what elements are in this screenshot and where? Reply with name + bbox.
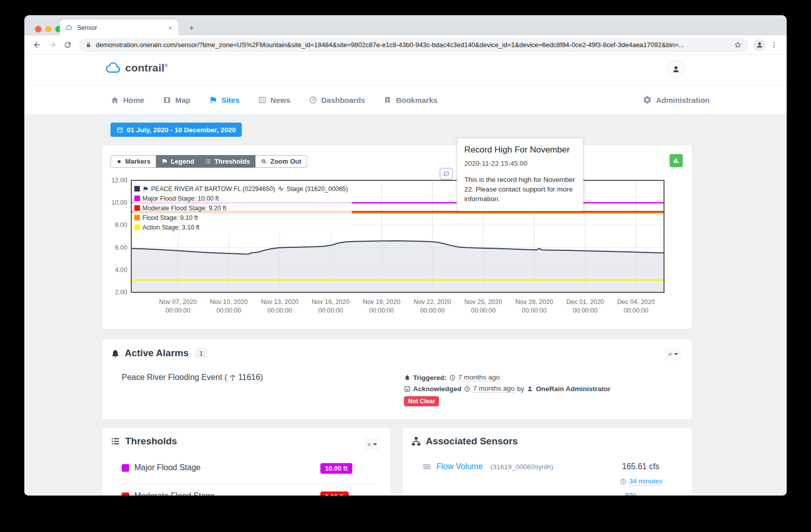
svg-text:Dec 01, 2020: Dec 01, 2020: [566, 298, 604, 306]
tab-close-icon[interactable]: [167, 25, 173, 31]
browser-tab[interactable]: Sensor: [60, 20, 178, 35]
svg-text:00:00:00: 00:00:00: [420, 307, 445, 314]
address-bar[interactable]: demonstration.onerain.com/sensor/?time_z…: [79, 38, 748, 52]
gauge-icon: [309, 96, 317, 104]
threshold-label: Major Flood Stage: 10.00 ft: [142, 195, 219, 202]
alarms-sort-button[interactable]: [665, 348, 681, 361]
alarms-header: Active Alarms 1: [110, 348, 207, 359]
markers-button[interactable]: Markers: [110, 155, 156, 168]
clock-icon: [620, 478, 626, 485]
tab-favicon-cloud-icon: [65, 24, 72, 31]
threshold-row: Moderate Flood Stage: [122, 491, 214, 496]
caret-down-icon: [373, 443, 377, 445]
clock-icon: [449, 374, 456, 381]
list-icon: [110, 436, 121, 446]
chart-export-button[interactable]: [670, 154, 683, 167]
nav-item-dashboards[interactable]: Dashboards: [309, 96, 365, 104]
threshold-label: Flood Stage: 9.10 ft: [142, 214, 198, 221]
thresholds-sort-button[interactable]: [364, 438, 380, 451]
threshold-swatch: [134, 215, 140, 220]
sensor-row: Flow Volume (31619_00060synth): [422, 462, 553, 471]
zoom-out-label: Zoom Out: [270, 158, 301, 165]
acknowledged-label: Acknowledged: [413, 385, 461, 393]
nav-item-map[interactable]: Map: [163, 96, 191, 104]
user-avatar[interactable]: [667, 60, 685, 79]
nav-item-home[interactable]: Home: [110, 96, 144, 104]
acknowledged-time-link[interactable]: 7 months ago: [473, 385, 514, 393]
nav-item-administration[interactable]: Administration: [643, 95, 710, 104]
scale-icon: [229, 374, 236, 381]
svg-text:00:00:00: 00:00:00: [268, 307, 292, 314]
svg-text:Nov 13, 2020: Nov 13, 2020: [261, 298, 299, 306]
url-text: demonstration.onerain.com/sensor/?time_z…: [96, 41, 729, 49]
alarm-name[interactable]: Peace River Flooding Event ( 11616): [122, 373, 263, 382]
home-icon: [110, 96, 119, 104]
svg-text:Nov 25, 2020: Nov 25, 2020: [464, 298, 502, 306]
series-name: PEACE RIVER AT BARTOW FL (02294650): [151, 185, 275, 193]
bookmark-star-icon[interactable]: [733, 41, 742, 49]
forward-icon[interactable]: [46, 39, 59, 52]
threshold-value-badge: 10.00 ft: [320, 463, 352, 474]
back-icon[interactable]: [30, 39, 44, 52]
legend-label: Legend: [171, 158, 194, 165]
zoom-out-button[interactable]: Zoom Out: [255, 155, 307, 168]
sensor-link[interactable]: Flow Volume: [436, 462, 483, 471]
browser-profile-icon[interactable]: [753, 39, 765, 51]
svg-text:8.00: 8.00: [115, 221, 127, 229]
svg-text:00:00:00: 00:00:00: [522, 307, 547, 314]
sensor-updated-suffix: ago: [624, 490, 636, 496]
threshold-swatch: [122, 492, 129, 496]
threshold-swatch: [122, 464, 129, 472]
nav-label: Home: [123, 96, 144, 104]
series-param: Stage (31620_00065): [287, 185, 348, 193]
bell-icon: [404, 374, 411, 381]
threshold-name: Major Flood Stage: [134, 463, 201, 472]
svg-text:00:00:00: 00:00:00: [573, 307, 598, 314]
date-range-label: 01 July, 2020 - 10 December, 2020: [127, 126, 236, 134]
nav-item-bookmarks[interactable]: Bookmarks: [383, 96, 437, 104]
nav-item-news[interactable]: News: [258, 96, 290, 104]
sensors-header: Associated Sensors: [411, 436, 518, 447]
brand-reg: ®: [164, 63, 168, 68]
alarm-acknowledged-line: Acknowledged 7 months ago by OneRain Adm…: [404, 383, 611, 394]
svg-text:4.00: 4.00: [115, 267, 127, 274]
reload-icon[interactable]: [61, 39, 74, 52]
nav-item-sites[interactable]: Sites: [209, 96, 240, 104]
window-minimize-button[interactable]: [45, 26, 52, 32]
magnifier-icon: [261, 158, 267, 165]
chart-legend: PEACE RIVER AT BARTOW FL (02294650) Stag…: [132, 182, 352, 235]
thresholds-button[interactable]: Thresholds: [200, 155, 255, 168]
browser-toolbar: demonstration.onerain.com/sensor/?time_z…: [24, 35, 787, 55]
waves-icon: [422, 463, 431, 471]
threshold-row: Major Flood Stage: [122, 463, 201, 472]
legend-threshold-row: Moderate Flood Stage: 9.20 ft: [134, 203, 348, 213]
alarm-meta: Triggered: 7 months ago Acknowledged 7 m…: [404, 372, 611, 406]
sensor-updated-link[interactable]: 34 minutes: [629, 477, 662, 485]
alarm-triggered-line: Triggered: 7 months ago: [404, 372, 611, 383]
tab-title: Sensor: [77, 24, 167, 31]
alarm-id: 11616): [238, 373, 263, 382]
window-close-button[interactable]: [35, 26, 42, 32]
threshold-label: Moderate Flood Stage: 9.20 ft: [142, 205, 226, 212]
svg-text:00:00:00: 00:00:00: [623, 307, 648, 314]
tab-strip: Sensor: [24, 15, 787, 35]
svg-text:Nov 07, 2020: Nov 07, 2020: [159, 298, 197, 306]
threshold-swatch: [134, 196, 140, 201]
chart-marker-bubble[interactable]: [439, 168, 453, 180]
calendar-check-icon: [404, 386, 411, 392]
legend-button[interactable]: Legend: [156, 155, 200, 168]
new-tab-button[interactable]: [186, 22, 198, 34]
triggered-time-link[interactable]: 7 months ago: [458, 373, 500, 382]
tooltip-title: Record High For November: [464, 145, 576, 155]
svg-text:Nov 10, 2020: Nov 10, 2020: [210, 298, 247, 306]
legend-threshold-row: Action Stage: 3.10 ft: [134, 222, 348, 232]
date-range-button[interactable]: 01 July, 2020 - 10 December, 2020: [110, 123, 242, 137]
main-nav: Home Map Sites News Dashboards Bookmarks: [24, 85, 787, 114]
browser-menu-icon[interactable]: [767, 39, 781, 52]
divider: [119, 483, 374, 484]
svg-text:Nov 16, 2020: Nov 16, 2020: [312, 298, 349, 306]
svg-text:10.00: 10.00: [112, 199, 127, 206]
brand-logo[interactable]: contrail®: [104, 61, 168, 74]
acknowledged-by: OneRain Administrator: [536, 385, 610, 393]
threshold-name: Moderate Flood Stage: [134, 491, 214, 496]
